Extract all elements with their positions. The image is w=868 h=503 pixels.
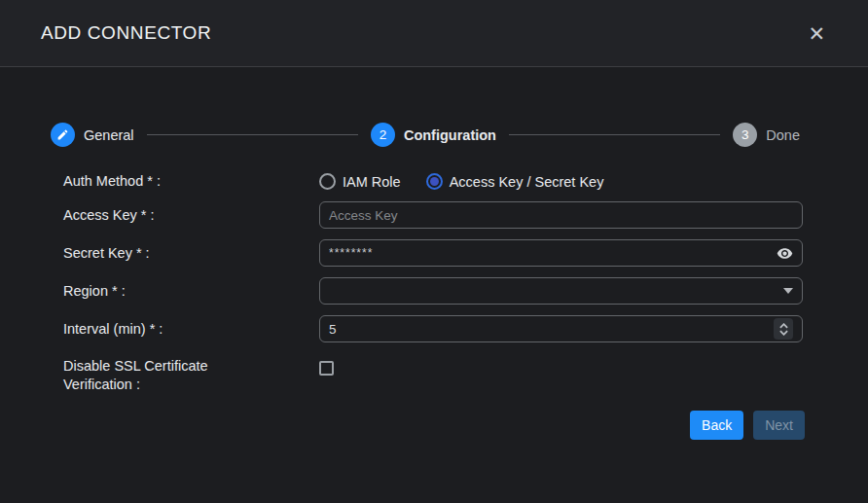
radio-iam-role[interactable]: IAM Role <box>319 173 401 190</box>
step-2-badge: 2 <box>371 123 395 147</box>
secret-key-label: Secret Key * : <box>63 244 319 263</box>
page-title: ADD CONNECTOR <box>41 22 211 44</box>
ssl-verification-checkbox[interactable] <box>319 361 334 376</box>
region-label: Region * : <box>63 282 319 301</box>
access-key-input[interactable] <box>329 208 793 223</box>
radio-iam-role-label: IAM Role <box>343 174 401 190</box>
step-configuration[interactable]: 2 Configuration <box>371 123 496 147</box>
eye-icon[interactable] <box>777 245 793 262</box>
wizard-stepper: General 2 Configuration 3 Done <box>51 123 800 147</box>
region-select[interactable] <box>319 277 803 305</box>
modal-header: ADD CONNECTOR ✕ <box>0 0 868 67</box>
interval-row: Interval (min) * : <box>63 315 802 342</box>
interval-label: Interval (min) * : <box>63 320 319 339</box>
auth-method-row: Auth Method * : IAM Role Access Key / Se… <box>63 172 802 191</box>
number-stepper[interactable] <box>774 318 793 340</box>
step-done: 3 Done <box>733 123 800 147</box>
secret-key-row: Secret Key * : <box>63 239 802 267</box>
interval-field-wrapper <box>319 315 803 342</box>
next-button[interactable]: Next <box>753 411 805 440</box>
radio-access-key-label: Access Key / Secret Key <box>450 174 604 190</box>
step-3-badge: 3 <box>733 123 757 147</box>
auth-method-label: Auth Method * : <box>63 172 319 191</box>
radio-access-key[interactable]: Access Key / Secret Key <box>426 173 604 190</box>
region-select-value <box>329 284 783 299</box>
region-row: Region * : <box>63 277 802 305</box>
step-general-label: General <box>84 127 134 143</box>
ssl-verification-label: Disable SSL Certificate Verification : <box>63 357 319 394</box>
pencil-icon <box>51 123 75 147</box>
access-key-label: Access Key * : <box>63 206 319 225</box>
access-key-field-wrapper <box>319 201 803 229</box>
modal-footer: Back Next <box>0 411 868 440</box>
add-connector-modal: ADD CONNECTOR ✕ General 2 Configuration … <box>0 0 868 503</box>
chevron-up-icon <box>779 323 788 329</box>
radio-unchecked-icon <box>319 173 336 190</box>
stepper-connector-line <box>147 134 358 135</box>
chevron-down-icon <box>779 330 788 336</box>
close-icon[interactable]: ✕ <box>808 23 825 44</box>
step-done-label: Done <box>766 127 800 143</box>
ssl-verification-row: Disable SSL Certificate Verification : <box>63 357 802 394</box>
configuration-form: Auth Method * : IAM Role Access Key / Se… <box>0 172 868 394</box>
chevron-down-icon <box>783 288 793 294</box>
step-configuration-label: Configuration <box>404 127 496 143</box>
secret-key-field-wrapper <box>319 239 803 267</box>
secret-key-input[interactable] <box>329 246 777 260</box>
radio-checked-icon <box>426 173 443 190</box>
stepper-connector-line <box>509 134 720 135</box>
back-button[interactable]: Back <box>690 411 743 440</box>
step-general[interactable]: General <box>51 123 134 147</box>
interval-input[interactable] <box>329 322 774 337</box>
access-key-row: Access Key * : <box>63 201 802 229</box>
